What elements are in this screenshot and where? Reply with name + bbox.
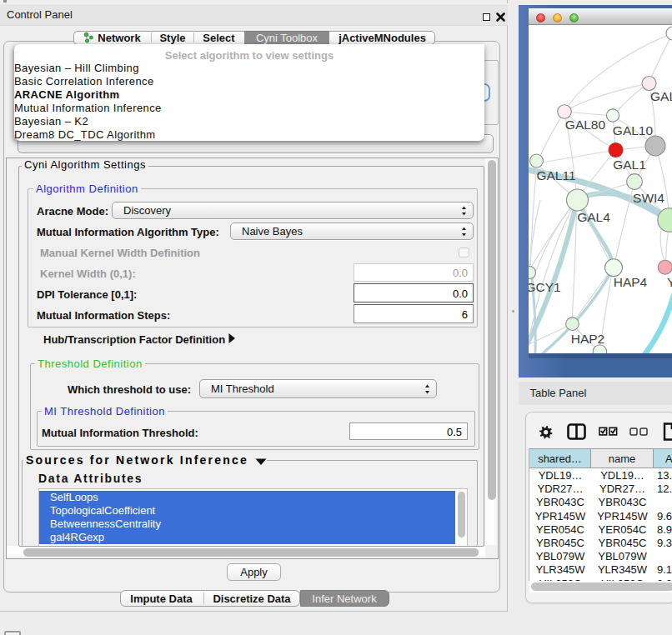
svg-text:GAL4: GAL4 (577, 210, 610, 224)
svg-text:GCY1: GCY1 (529, 280, 561, 294)
svg-text:GAL11: GAL11 (536, 168, 575, 182)
svg-text:GAL10: GAL10 (613, 123, 654, 138)
svg-text:GAL2: GAL2 (650, 89, 672, 103)
svg-text:HAP4: HAP4 (614, 275, 648, 289)
svg-text:YJ: YJ (667, 275, 672, 289)
svg-text:SWI4: SWI4 (633, 191, 664, 205)
svg-text:GAL80: GAL80 (565, 118, 606, 132)
svg-text:GAL1: GAL1 (613, 158, 646, 172)
svg-text:HAP2: HAP2 (571, 332, 605, 346)
